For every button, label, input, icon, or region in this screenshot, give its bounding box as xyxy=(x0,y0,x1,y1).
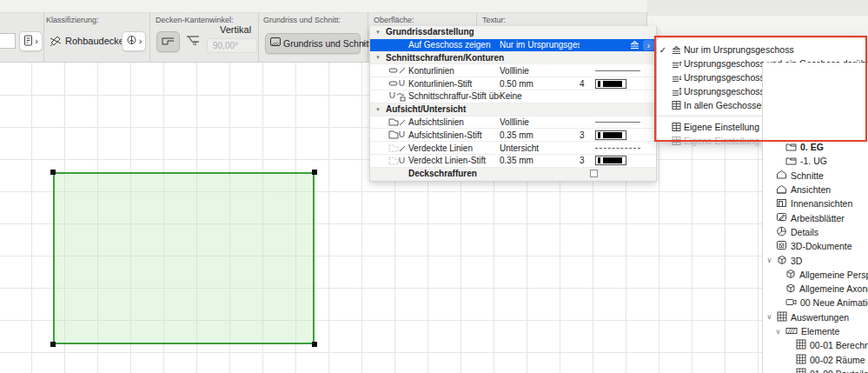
slab-settings-panel: ▼ Grundrissdarstellung Auf Geschoss zeig… xyxy=(369,26,657,182)
slab-edge-angle-icon: α xyxy=(186,34,201,50)
row-value[interactable]: 0.50 mm xyxy=(500,79,580,89)
angle-value-input[interactable]: 90,00° xyxy=(207,38,257,53)
plan-section-icon xyxy=(269,36,282,51)
panel-row-konturlinien[interactable]: Konturlinien Volllinie xyxy=(370,64,656,77)
sidebar-item-label: Schnitte xyxy=(791,170,824,181)
triangle-down-icon[interactable]: ▼ xyxy=(370,30,386,35)
sidebar-item-3d[interactable]: ∨ 3D xyxy=(763,253,868,267)
row-value[interactable]: Volllinie xyxy=(500,66,580,76)
sidebar-item-01-00-bauteile[interactable]: 01-00 Bauteile - xyxy=(763,367,868,373)
sidebar-item-ansichten[interactable]: Ansichten xyxy=(763,183,868,196)
sidebar-item-00-01-berechnung[interactable]: 00-01 Berechnung xyxy=(763,338,868,352)
sidebar-item-schnitte[interactable]: Schnitte xyxy=(763,169,868,183)
sidebar-item-label: 3D-Dokumente xyxy=(791,241,852,251)
sidebar-item-innenansichten[interactable]: Innenansichten xyxy=(763,196,868,210)
row-label: Aufsichtslinien xyxy=(408,117,500,127)
classification-icon xyxy=(50,35,62,50)
row-label: Verdeckt Linien-Stift xyxy=(408,156,500,165)
navigator-sidebar: 0. EG -1. UG Schnitte Ansichten Innenans… xyxy=(762,63,868,373)
chevron-right-icon[interactable]: › xyxy=(362,38,366,48)
pen-preview[interactable] xyxy=(595,79,626,89)
slab-element[interactable] xyxy=(53,172,315,344)
selection-handle[interactable] xyxy=(50,342,56,347)
row-value[interactable]: 0.35 mm xyxy=(500,156,580,165)
toolbar-top-strip xyxy=(0,0,647,13)
interior-elevation-icon xyxy=(776,198,787,210)
panel-row-deckschraffuren[interactable]: Deckschraffuren xyxy=(370,168,656,181)
triangle-down-icon[interactable]: ▼ xyxy=(370,107,386,112)
selection-handle[interactable] xyxy=(312,342,317,347)
panel-row-verdeckte-linien[interactable]: Verdeckte Linien Untersicht xyxy=(370,142,656,155)
sidebar-item-auswertungen[interactable]: ∨ Auswertungen xyxy=(763,310,868,324)
sidebar-item-00-neue-animation[interactable]: 00 Neue Animation xyxy=(763,296,868,310)
axonometry-icon xyxy=(785,283,796,295)
row-label: Konturlinien-Stift xyxy=(408,79,500,89)
row-value[interactable]: Untersicht xyxy=(500,143,580,153)
collapse-arrow-icon[interactable]: ∨ xyxy=(765,256,773,264)
divider xyxy=(368,12,368,62)
edge-angle-button[interactable]: α xyxy=(182,31,205,52)
classification-picker-button[interactable]: › xyxy=(122,31,146,51)
panel-row-aufsicht-untersicht[interactable]: ▼ Aufsicht/Untersicht xyxy=(370,103,656,117)
selection-handle[interactable] xyxy=(50,170,56,175)
sidebar-item-elemente[interactable]: ∨ Elemente xyxy=(763,324,868,338)
sidebar-item-label: Details xyxy=(791,227,818,237)
selection-handle[interactable] xyxy=(312,170,317,175)
sidebar-item-details[interactable]: Details xyxy=(763,225,868,239)
home-story-icon xyxy=(669,44,684,55)
panel-row-konturlinien-stift[interactable]: Konturlinien-Stift 0.50 mm 4 xyxy=(370,77,656,90)
sidebar-item-allgemeine-axonometrie[interactable]: Allgemeine Axonome xyxy=(763,282,868,296)
sidebar-item-arbeitsblaetter[interactable]: Arbeitsblätter xyxy=(763,210,868,224)
panel-row-auf-geschoss-zeigen[interactable]: Auf Geschoss zeigen Nur im Ursprungsgesc… xyxy=(370,39,656,52)
story-above-below-icon xyxy=(669,86,684,97)
schedule-icon xyxy=(796,354,806,366)
sidebar-item-0-eg[interactable]: 0. EG xyxy=(763,140,868,154)
linetype-sample xyxy=(595,148,640,149)
plan-section-button[interactable]: Grundriss und Schnitt... xyxy=(265,33,361,54)
story-above-icon xyxy=(669,58,684,69)
hidden-pen-icon xyxy=(386,156,408,166)
chevron-right-button[interactable]: › xyxy=(643,40,654,50)
pen-number: 3 xyxy=(580,156,595,165)
row-value[interactable]: Nur im Ursprungsgescho... xyxy=(500,40,580,50)
row-value[interactable]: 0.35 mm xyxy=(500,130,580,140)
collapse-arrow-icon[interactable]: ∨ xyxy=(774,328,782,336)
collapse-arrow-icon[interactable]: ∨ xyxy=(765,313,773,321)
slab-edge-vertical-icon xyxy=(162,34,175,50)
sidebar-item-allgemeine-perspektive[interactable]: Allgemeine Perspekti xyxy=(763,268,868,282)
edge-vertical-button[interactable] xyxy=(156,31,180,52)
sidebar-item-3d-dokumente[interactable]: 3D-Dokumente xyxy=(763,239,868,253)
row-value[interactable]: Volllinie xyxy=(500,117,580,127)
menu-item-label: In allen Geschossen xyxy=(684,100,766,110)
panel-row-grundrissdarstellung[interactable]: ▼ Grundrissdarstellung xyxy=(370,26,656,39)
camera-icon xyxy=(785,297,797,308)
classification-section-label: Klassifizierung: xyxy=(46,16,99,24)
panel-row-aufsichtslinien-stift[interactable]: Aufsichtslinien-Stift 0.35 mm 3 xyxy=(370,129,656,142)
chevron-right-icon: › xyxy=(35,37,38,46)
panel-row-verdeckt-linien-stift[interactable]: Verdeckt Linien-Stift 0.35 mm 3 xyxy=(370,155,656,168)
classification-value[interactable]: Rohbaudecke xyxy=(65,36,124,46)
3d-document-icon xyxy=(776,240,787,252)
sidebar-item-00-02-raeume[interactable]: 00-02 Räume - R xyxy=(763,352,868,366)
panel-row-schraffur-stift-uebersteuern[interactable]: Schnittschraffur-Stift übers... Keine xyxy=(370,90,656,103)
chevron-right-icon: › xyxy=(647,41,650,50)
sidebar-item-minus1-ug[interactable]: -1. UG xyxy=(763,154,868,168)
panel-row-schnittschraffuren[interactable]: ▼ Schnittschraffuren/Konturen xyxy=(370,52,656,65)
favorites-button[interactable]: › xyxy=(19,31,43,51)
pen-preview[interactable] xyxy=(595,130,626,140)
detail-icon xyxy=(776,226,787,238)
sidebar-item-label: Elemente xyxy=(801,326,839,336)
panel-row-aufsichtslinien[interactable]: Aufsichtslinien Volllinie xyxy=(370,117,656,130)
menu-item-nur-im-ursprungsgeschoss[interactable]: ✓ Nur im Ursprungsgeschoss xyxy=(657,43,865,57)
pen-field[interactable] xyxy=(0,33,16,49)
deckschraffuren-checkbox[interactable] xyxy=(590,170,598,177)
menu-item-label: Eigene Einstellung xyxy=(684,122,759,132)
perspective-icon xyxy=(785,269,796,281)
toolbar-right-area xyxy=(647,16,868,38)
pen-preview[interactable] xyxy=(595,156,626,165)
row-value[interactable]: Keine xyxy=(500,91,580,101)
sidebar-item-label: Innenansichten xyxy=(791,198,852,209)
row-label: Aufsichtslinien-Stift xyxy=(408,130,500,140)
story-folder-icon xyxy=(785,142,797,153)
triangle-down-icon[interactable]: ▼ xyxy=(370,55,386,60)
